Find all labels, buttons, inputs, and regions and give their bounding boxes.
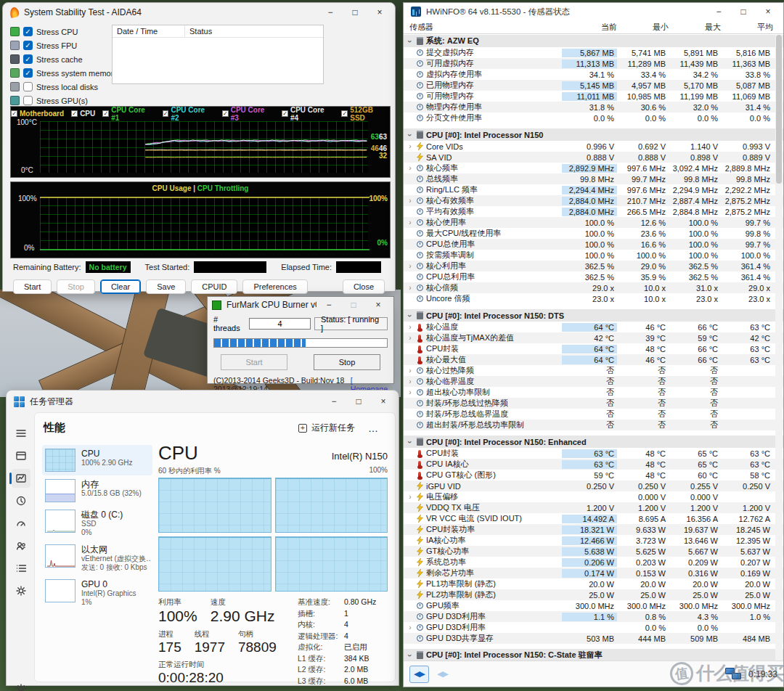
prev-next-sensor-button[interactable]: ◀▶ xyxy=(409,666,429,683)
cpuid-button[interactable]: CPUID xyxy=(191,279,237,294)
close-button[interactable]: Close xyxy=(343,279,385,294)
minimize-button[interactable]: − xyxy=(706,4,731,19)
sensor-row[interactable]: ›核心过热降频否否否 xyxy=(404,365,783,376)
rail-item-menu[interactable] xyxy=(12,424,30,443)
rail-item-users[interactable] xyxy=(12,536,30,555)
sensor-row[interactable]: ›核心临界温度否否否 xyxy=(404,376,783,387)
legend-checkbox[interactable]: ✓ xyxy=(11,110,17,117)
collapse-chevron-icon[interactable]: › xyxy=(406,312,415,319)
checkbox[interactable]: ✓ xyxy=(23,54,33,64)
sensor-row[interactable]: 物理内存使用率31.8 %30.6 %32.0 %31.4 % xyxy=(404,102,783,113)
stop-button[interactable]: Stop xyxy=(314,354,380,370)
minimize-button[interactable]: − xyxy=(318,5,343,20)
expand-chevron-icon[interactable]: › xyxy=(407,623,414,631)
expand-chevron-icon[interactable]: › xyxy=(407,164,414,172)
collapse-chevron-icon[interactable]: › xyxy=(406,131,415,139)
expand-chevron-icon[interactable]: › xyxy=(407,284,414,292)
sensor-row[interactable]: ›Core VIDs0.996 V0.692 V1.140 V0.993 V xyxy=(404,141,783,152)
rail-item-startup[interactable] xyxy=(12,514,30,533)
sensor-row[interactable]: VDDQ TX 电压1.200 V1.200 V1.200 V1.200 V xyxy=(404,502,783,513)
stress-option[interactable]: ✓Stress CPU xyxy=(10,25,110,38)
legend-checkbox[interactable]: ✓ xyxy=(282,110,288,117)
sensor-row[interactable]: 最大CPU/线程使用率100.0 %23.6 %100.0 %99.8 % xyxy=(404,228,783,239)
sensor-row[interactable]: ›核心频率2,892.9 MHz997.6 MHz3,092.4 MHz2,88… xyxy=(404,163,783,173)
stress-option[interactable]: ✓Stress FPU xyxy=(10,38,110,52)
sensor-row[interactable]: ›核心温度64 °C46 °C66 °C63 °C xyxy=(404,322,783,332)
sensor-row[interactable]: GPU频率300.0 MHz300.0 MHz300.0 MHz300.0 MH… xyxy=(404,600,783,611)
log-column-datetime[interactable]: Date / Time xyxy=(113,25,185,37)
expand-chevron-icon[interactable]: › xyxy=(407,197,414,205)
legend-item[interactable]: ✓CPU Core #3 xyxy=(222,106,274,122)
legend-checkbox[interactable]: ✓ xyxy=(341,110,348,117)
sensor-section-header[interactable]: ›CPU [#0]: Intel Processor N150: DTS xyxy=(404,309,783,322)
expand-chevron-icon[interactable]: › xyxy=(407,334,414,342)
column-header-1[interactable]: 当前 xyxy=(562,22,617,33)
sensor-table-header[interactable]: 传感器当前最小最大平均 xyxy=(404,20,783,34)
close-button[interactable]: × xyxy=(371,394,396,409)
scrollbar[interactable] xyxy=(775,35,783,661)
sensor-row[interactable]: GPU D3D共享显存503 MB444 MB509 MB484 MB xyxy=(404,633,783,644)
sensor-row[interactable]: 可用虚拟内存11,313 MB11,289 MB11,439 MB11,363 … xyxy=(404,58,783,69)
legend-item[interactable]: ✓CPU Core #4 xyxy=(282,106,334,122)
sensor-row[interactable]: CPU封装功率18.321 W9.633 W19.637 W18.245 W xyxy=(404,524,783,535)
sensor-row[interactable]: PL1功率限制 (静态)20.0 W20.0 W20.0 W20.0 W xyxy=(404,578,783,589)
expand-chevron-icon[interactable]: › xyxy=(407,377,414,385)
rail-item-details[interactable] xyxy=(12,559,30,578)
sensor-section-header[interactable]: ›CPU [#0]: Intel Processor N150: Enhance… xyxy=(404,436,783,448)
sensor-row[interactable]: VR VCC 电流 (SVID IOUT)14.492 A8.695 A16.3… xyxy=(404,513,783,524)
legend-item[interactable]: ✓CPU xyxy=(71,110,95,118)
panel-item-net[interactable]: 以太网vEthernet (虚拟交换…发送: 0 接收: 0 Kbps xyxy=(42,541,152,576)
sensor-row[interactable]: iGPU VID0.250 V0.250 V0.255 V0.250 V xyxy=(404,481,783,491)
sensor-row[interactable]: GT核心功率5.638 W5.625 W5.667 W5.637 W xyxy=(404,546,783,557)
sensor-section-header[interactable]: ›系统: AZW EQ xyxy=(404,35,783,47)
sensor-row[interactable]: ›超出核心功率限制否否否 xyxy=(404,387,783,398)
panel-item-cpu[interactable]: CPU100% 2.90 GHz xyxy=(42,445,152,475)
clear-button[interactable]: Clear xyxy=(100,279,141,294)
test-log-list[interactable]: Date / Time Status xyxy=(112,25,324,84)
log-column-status[interactable]: Status xyxy=(185,25,216,37)
start-button[interactable]: Start xyxy=(13,279,52,294)
sensor-row[interactable]: CPU GT核心 (图形)59 °C48 °C60 °C58 °C xyxy=(404,470,783,481)
sensor-row[interactable]: 核心最大值64 °C46 °C66 °C63 °C xyxy=(404,354,783,365)
maximize-button[interactable]: □ xyxy=(731,4,756,19)
sensor-row[interactable]: ›核心利用率362.5 %29.0 %362.5 %361.4 % xyxy=(404,261,783,271)
sensor-row[interactable]: 虚拟内存使用率34.1 %33.4 %34.2 %33.8 % xyxy=(404,69,783,80)
sensor-row[interactable]: 按需频率调制100.0 %100.0 %100.0 %100.0 % xyxy=(404,250,783,261)
expand-chevron-icon[interactable]: › xyxy=(407,142,414,150)
checkbox[interactable]: ✓ xyxy=(23,27,33,36)
expand-chevron-icon[interactable]: › xyxy=(407,323,414,331)
sensor-row[interactable]: CPU总利用率362.5 %35.9 %362.5 %361.4 % xyxy=(404,271,783,282)
close-button[interactable]: × xyxy=(756,4,780,19)
sensor-section-header[interactable]: ›CPU [#0]: Intel Processor N150 xyxy=(404,128,783,141)
stress-option[interactable]: Stress local disks xyxy=(10,80,110,94)
expand-chevron-icon[interactable]: › xyxy=(407,218,414,226)
sensor-row[interactable]: SA VID0.888 V0.888 V0.898 V0.889 V xyxy=(404,152,783,163)
sensor-row[interactable]: ›核心温度与TjMAX的差值42 °C39 °C59 °C42 °C xyxy=(404,332,783,343)
legend-checkbox[interactable]: ✓ xyxy=(71,110,78,117)
scrollbar-thumb[interactable] xyxy=(776,35,782,184)
legend-item[interactable]: ✓CPU Core #2 xyxy=(163,106,215,122)
sensor-row[interactable]: GPU D3D利用率1.1 %0.8 %4.3 %1.0 % xyxy=(404,611,783,622)
panel-item-disk[interactable]: 磁盘 0 (C:)SSD0% xyxy=(42,506,152,541)
expand-chevron-icon[interactable]: › xyxy=(407,388,414,396)
sensor-row[interactable]: Uncore 倍频23.0 x10.0 x23.0 x23.0 x xyxy=(404,293,783,304)
collapse-chevron-icon[interactable]: › xyxy=(406,438,415,446)
expand-chevron-icon[interactable]: › xyxy=(407,367,414,375)
maximize-button[interactable]: □ xyxy=(346,394,371,409)
sensor-row[interactable]: 分页文件使用率0.0 %0.0 %0.0 %0.0 % xyxy=(404,113,783,123)
sensor-row[interactable]: 系统总功率0.206 W0.203 W0.209 W0.207 W xyxy=(404,557,783,568)
sensor-row[interactable]: Ring/LLC 频率2,294.4 MHz997.6 MHz2,294.9 M… xyxy=(404,184,783,195)
legend-checkbox[interactable]: ✓ xyxy=(163,110,169,117)
sensor-row[interactable]: ›GPU D3D利用率0.0 %0.0 % xyxy=(404,622,783,633)
legend-checkbox[interactable]: ✓ xyxy=(102,110,109,117)
stress-option[interactable]: ✓Stress cache xyxy=(10,52,110,66)
column-header-4[interactable]: 平均 xyxy=(721,22,773,33)
sensor-row[interactable]: ›电压偏移0.000 V0.000 V xyxy=(404,491,783,502)
save-button[interactable]: Save xyxy=(146,279,186,294)
expand-chevron-icon[interactable]: › xyxy=(407,493,414,501)
sensor-row[interactable]: CPU封装63 °C48 °C65 °C63 °C xyxy=(404,448,783,459)
collapse-chevron-icon[interactable]: › xyxy=(406,38,415,45)
checkbox[interactable] xyxy=(23,82,33,91)
more-options-button[interactable]: … xyxy=(361,422,386,434)
legend-checkbox[interactable]: ✓ xyxy=(222,110,229,117)
